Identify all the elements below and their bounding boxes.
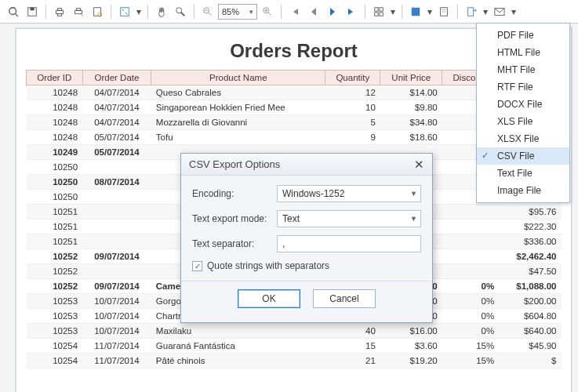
svg-rect-3 xyxy=(30,7,34,10)
close-icon[interactable]: ✕ xyxy=(414,158,424,170)
export-dropdown-icon[interactable]: ▾ xyxy=(482,3,489,20)
next-page-icon[interactable] xyxy=(324,3,341,20)
svg-rect-6 xyxy=(57,13,61,16)
column-header: Order ID xyxy=(27,71,83,85)
encoding-select[interactable]: Windows-1252▼ xyxy=(277,185,421,202)
export-menu-item[interactable]: Image File xyxy=(477,182,569,199)
quote-checkbox[interactable]: ✓ xyxy=(192,261,202,271)
column-header: Order Date xyxy=(82,71,151,85)
color-icon[interactable] xyxy=(407,3,424,20)
svg-rect-7 xyxy=(75,10,82,13)
svg-line-13 xyxy=(181,12,184,15)
email-dropdown-icon[interactable]: ▾ xyxy=(510,3,518,20)
quote-label: Quote strings with separators xyxy=(207,260,329,271)
first-page-icon[interactable] xyxy=(286,3,304,20)
export-menu-item[interactable]: DOCX File xyxy=(477,96,569,113)
svg-rect-25 xyxy=(412,7,420,16)
table-row: 1025411/07/2014Pâté chinois21$19.2015%$ xyxy=(27,354,562,368)
prev-page-icon[interactable] xyxy=(305,3,322,20)
export-menu-item[interactable]: MHT File xyxy=(477,61,569,78)
multipage-dropdown-icon[interactable]: ▾ xyxy=(389,3,397,20)
mode-label: Text export mode: xyxy=(192,213,277,224)
svg-rect-29 xyxy=(468,7,474,16)
ok-button[interactable]: OK xyxy=(238,289,300,308)
export-menu-item[interactable]: PDF File xyxy=(477,27,569,44)
csv-export-dialog: CSV Export Options ✕ Encoding: Windows-1… xyxy=(180,153,433,323)
magnifier-icon[interactable] xyxy=(172,3,189,20)
svg-point-12 xyxy=(176,7,182,13)
svg-rect-11 xyxy=(121,7,129,16)
save-icon[interactable] xyxy=(24,3,41,20)
mode-select[interactable]: Text▼ xyxy=(277,210,421,227)
check-icon: ✓ xyxy=(482,151,489,161)
svg-rect-24 xyxy=(380,12,383,15)
multipage-icon[interactable] xyxy=(370,3,387,20)
color-dropdown-icon[interactable]: ▾ xyxy=(426,3,434,20)
encoding-label: Encoding: xyxy=(192,188,277,199)
svg-rect-4 xyxy=(56,10,64,13)
cancel-button[interactable]: Cancel xyxy=(313,289,376,308)
search-icon[interactable] xyxy=(5,3,22,20)
last-page-icon[interactable] xyxy=(343,3,360,20)
svg-rect-8 xyxy=(76,8,80,10)
svg-rect-21 xyxy=(375,7,378,10)
export-menu-item[interactable]: XLS File xyxy=(477,113,569,130)
table-row: 1025411/07/2014Guaraná Fantástica15$3.60… xyxy=(27,339,562,354)
svg-rect-5 xyxy=(57,8,61,10)
svg-rect-22 xyxy=(380,7,383,10)
column-header: Product Name xyxy=(151,71,325,85)
watermark-icon[interactable] xyxy=(435,3,453,20)
export-icon[interactable] xyxy=(463,3,480,20)
export-menu-item[interactable]: XLSX File xyxy=(477,130,569,147)
export-menu-item[interactable]: Text File xyxy=(477,165,569,182)
column-header: Unit Price xyxy=(380,71,442,85)
svg-rect-9 xyxy=(94,7,101,16)
column-header: Quantity xyxy=(325,71,380,85)
export-menu-item[interactable]: RTF File xyxy=(477,78,569,96)
svg-rect-23 xyxy=(375,12,378,15)
svg-line-1 xyxy=(16,13,19,16)
export-menu-item[interactable]: ✓CSV File xyxy=(477,147,569,165)
parameters-icon[interactable] xyxy=(89,3,106,20)
dialog-titlebar: CSV Export Options ✕ xyxy=(181,154,432,176)
svg-point-0 xyxy=(9,7,16,14)
table-row: 1025310/07/2014Maxilaku40$16.000%$640.00 xyxy=(27,324,562,339)
separator-input[interactable]: , xyxy=(277,235,421,252)
export-menu-item[interactable]: HTML File xyxy=(477,44,569,61)
export-menu: PDF FileHTML FileMHT FileRTF FileDOCX Fi… xyxy=(476,23,570,203)
dialog-title: CSV Export Options xyxy=(189,158,280,170)
print-icon[interactable] xyxy=(51,3,68,20)
toolbar: ▾ 85%▾ ▾ ▾ ▾ ▾ xyxy=(0,0,578,24)
svg-line-20 xyxy=(268,12,271,15)
scale-icon[interactable] xyxy=(116,3,133,20)
separator-label: Text separator: xyxy=(192,238,277,249)
email-icon[interactable] xyxy=(491,3,508,20)
scale-dropdown-icon[interactable]: ▾ xyxy=(135,3,143,20)
zoom-in-icon[interactable] xyxy=(259,3,276,20)
zoom-out-icon[interactable] xyxy=(199,3,216,20)
hand-tool-icon[interactable] xyxy=(153,3,170,20)
svg-line-16 xyxy=(209,12,212,15)
quick-print-icon[interactable] xyxy=(70,3,87,20)
zoom-level-input[interactable]: 85%▾ xyxy=(218,4,257,20)
